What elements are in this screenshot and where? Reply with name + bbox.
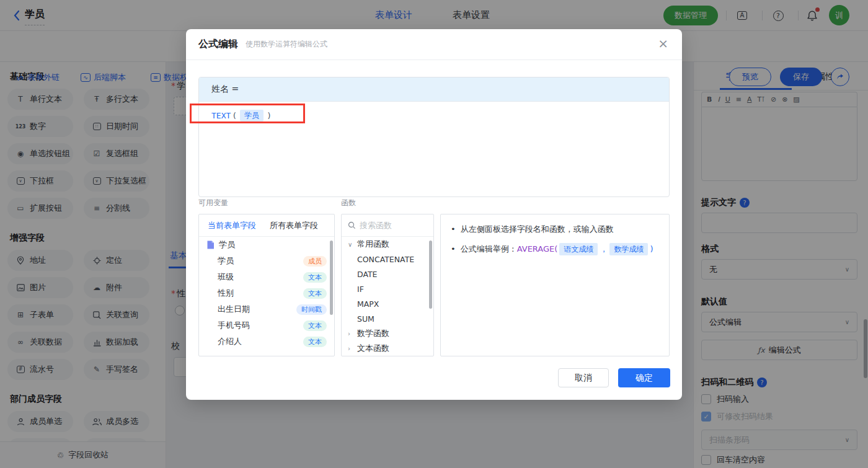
- confirm-button[interactable]: 确定: [618, 368, 670, 387]
- example-field-chip: 数学成绩: [609, 243, 648, 255]
- chevron-right-icon: ›: [348, 330, 354, 337]
- type-badge: 成员: [303, 256, 327, 267]
- close-icon[interactable]: ×: [658, 37, 668, 50]
- function-group-math[interactable]: ›数学函数: [342, 326, 433, 341]
- chevron-right-icon: ›: [348, 345, 354, 352]
- function-group-text[interactable]: ›文本函数: [342, 341, 433, 356]
- modal-title: 公式编辑: [198, 38, 238, 51]
- example-function: AVERAGE(: [517, 243, 558, 255]
- formula-function-token: TEXT: [211, 111, 231, 120]
- document-icon: [206, 241, 215, 249]
- tab-all-form-fields[interactable]: 所有表单字段: [270, 220, 318, 231]
- type-badge: 时间戳: [296, 304, 327, 315]
- variable-row[interactable]: 介绍人文本: [199, 333, 334, 350]
- modal-subtitle: 使用数学运算符编辑公式: [246, 39, 327, 50]
- formula-target: 姓名 =: [199, 77, 669, 102]
- type-badge: 文本: [303, 337, 327, 347]
- function-item[interactable]: DATE: [342, 267, 433, 281]
- type-badge: 文本: [303, 272, 327, 283]
- function-group-common[interactable]: ∨常用函数: [342, 237, 433, 252]
- function-search: [342, 214, 433, 237]
- variable-row[interactable]: 出生日期时间戳: [199, 301, 334, 317]
- chevron-down-icon: ∨: [348, 241, 354, 248]
- variables-tabs: 当前表单字段 所有表单字段: [199, 214, 334, 237]
- variable-row[interactable]: 学员成员: [199, 253, 334, 269]
- field-chip[interactable]: 学员: [240, 110, 264, 121]
- hints-panel: • 从左侧面板选择字段名和函数，或输入函数 • 公式编辑举例： AVERAGE(…: [440, 214, 670, 356]
- variable-tree-root[interactable]: 学员: [199, 237, 334, 253]
- functions-panel: ∨常用函数 CONCATENATE DATE IF MAPX SUM ›数学函数…: [341, 214, 434, 356]
- variable-row[interactable]: 性别文本: [199, 285, 334, 301]
- variable-row[interactable]: 班级文本: [199, 269, 334, 285]
- function-item[interactable]: CONCATENATE: [342, 252, 433, 267]
- variables-label: 可用变量: [198, 198, 228, 208]
- function-item[interactable]: SUM: [342, 311, 433, 326]
- formula-edit-modal: 公式编辑 使用数学运算符编辑公式 × 姓名 = TEXT ( 学员 ) 可用变量…: [186, 29, 682, 400]
- modal-header: 公式编辑 使用数学运算符编辑公式: [186, 29, 682, 60]
- formula-expression[interactable]: TEXT ( 学员 ): [199, 102, 669, 130]
- functions-label: 函数: [341, 198, 356, 208]
- formula-editor[interactable]: 姓名 = TEXT ( 学员 ): [198, 77, 670, 197]
- hint-line-1: • 从左侧面板选择字段名和函数，或输入函数: [451, 223, 659, 236]
- app-window: 学员 表单设计 表单设置 数据管理 A ? 训 表单外链 ∿ 后端脚本 ≡ 数据…: [0, 0, 868, 468]
- function-item[interactable]: MAPX: [342, 296, 433, 311]
- hint-line-2: • 公式编辑举例： AVERAGE( 语文成绩 ， 数学成绩 ): [451, 243, 659, 255]
- function-search-input[interactable]: [360, 221, 422, 230]
- type-badge: 文本: [303, 288, 327, 299]
- cancel-button[interactable]: 取消: [558, 368, 609, 387]
- variables-panel: 当前表单字段 所有表单字段 学员 学员成员 班级文本 性别文本 出生日期时间戳 …: [198, 214, 335, 356]
- scrollbar-thumb[interactable]: [330, 241, 333, 315]
- type-badge: 文本: [303, 320, 327, 331]
- tab-current-form-fields[interactable]: 当前表单字段: [208, 220, 256, 231]
- scrollbar-thumb[interactable]: [429, 241, 432, 309]
- function-item[interactable]: IF: [342, 281, 433, 296]
- search-icon: [348, 221, 356, 229]
- variable-row[interactable]: 手机号码文本: [199, 317, 334, 333]
- example-field-chip: 语文成绩: [559, 243, 598, 255]
